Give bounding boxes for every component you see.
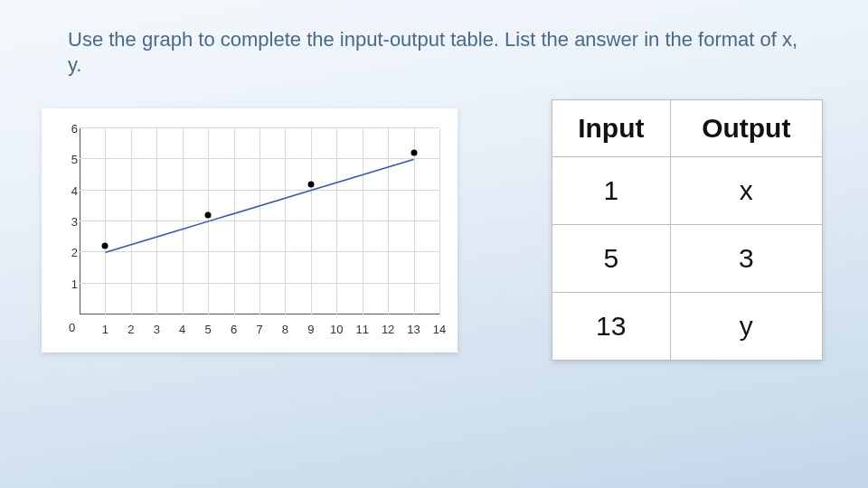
x-tick-label: 1 xyxy=(96,323,114,336)
plot-area xyxy=(80,128,439,314)
y-tick-label: 6 xyxy=(61,122,78,136)
x-tick-label: 6 xyxy=(225,323,243,336)
cell-input: 13 xyxy=(552,293,671,361)
instruction-text: Use the graph to complete the input-outp… xyxy=(68,27,800,77)
x-tick-label: 10 xyxy=(327,323,345,336)
table-row: 13 y xyxy=(552,293,823,361)
x-tick-label: 7 xyxy=(250,323,269,336)
cell-input: 1 xyxy=(552,157,671,225)
cell-output: x xyxy=(670,157,822,225)
chart-canvas: 0 xyxy=(52,121,447,340)
y-tick-label: 5 xyxy=(61,153,78,166)
table-row: 1 x xyxy=(552,157,823,225)
x-tick-label: 8 xyxy=(276,323,294,336)
y-tick-label: 4 xyxy=(61,183,78,197)
x-tick-label: 13 xyxy=(405,323,423,336)
cell-input: 5 xyxy=(552,225,671,293)
y-tick-label: 3 xyxy=(61,215,78,229)
x-tick-label: 9 xyxy=(302,323,320,336)
x-tick-label: 5 xyxy=(199,323,217,336)
y-tick-label: 2 xyxy=(61,246,78,259)
input-output-table: Input Output 1 x 5 3 13 y xyxy=(552,99,823,361)
y-tick-label: 1 xyxy=(61,277,78,290)
table-header-output: Output xyxy=(670,100,822,157)
data-line xyxy=(80,128,439,314)
line-chart: 0 xyxy=(42,108,458,352)
data-point xyxy=(102,243,108,249)
table-row: 5 3 xyxy=(552,225,823,293)
data-point xyxy=(205,212,212,219)
x-tick-label: 11 xyxy=(354,323,372,336)
gridline-v xyxy=(439,128,440,314)
x-tick-label: 2 xyxy=(122,323,140,336)
x-tick-label: 4 xyxy=(174,323,192,336)
x-tick-label: 12 xyxy=(379,323,397,336)
cell-output: y xyxy=(670,293,822,361)
cell-output: 3 xyxy=(670,225,822,293)
x-tick-label: 3 xyxy=(147,323,165,336)
x-tick-label: 14 xyxy=(430,323,448,336)
data-point xyxy=(410,150,417,156)
axis-origin-label: 0 xyxy=(69,321,75,334)
data-point xyxy=(307,181,314,187)
table-header-input: Input xyxy=(552,100,671,157)
